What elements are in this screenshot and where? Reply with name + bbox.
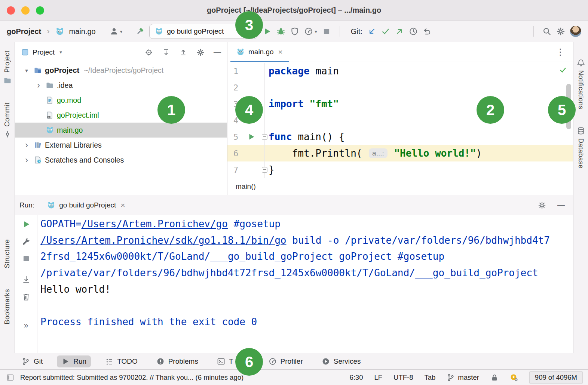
tree-item-external-libraries[interactable]: ›External Libraries — [15, 138, 227, 153]
hide-panel-icon[interactable]: — — [214, 48, 221, 56]
clear-console-button[interactable] — [22, 292, 31, 301]
history-button[interactable] — [409, 27, 418, 36]
debug-button[interactable] — [276, 27, 285, 36]
code-editor[interactable]: 1package main23import "fmt"45func main()… — [227, 62, 573, 178]
gopher-icon — [236, 48, 245, 56]
run-console[interactable]: GOPATH=/Users/Artem.Pronichev/go #gosetu… — [37, 215, 573, 353]
git-branch-widget[interactable]: master — [447, 373, 479, 382]
memory-indicator[interactable]: 909 of 4096M — [529, 371, 583, 384]
tool-button-project[interactable]: Project — [3, 50, 12, 84]
settings-button[interactable] — [556, 27, 565, 36]
zoom-window-button[interactable] — [36, 6, 44, 15]
chevron-down-icon[interactable]: ▾ — [22, 68, 31, 73]
bell-icon — [577, 59, 585, 67]
tool-tab-todo[interactable]: TODO — [101, 355, 142, 367]
tool-tab-git[interactable]: Git — [17, 355, 47, 367]
build-button[interactable] — [135, 27, 144, 36]
collapse-all-button[interactable] — [179, 48, 187, 56]
close-tab-icon[interactable]: × — [278, 47, 283, 56]
tool-button-structure[interactable]: Structure — [3, 239, 11, 268]
inspections-ok-icon[interactable] — [559, 66, 567, 74]
run-settings-icon[interactable] — [538, 201, 546, 209]
project-view-icon — [21, 48, 29, 56]
indent-style[interactable]: Tab — [424, 373, 435, 382]
editor-scrollbar[interactable] — [566, 84, 571, 129]
lock-icon[interactable] — [490, 373, 499, 382]
code-line-6[interactable]: 6 fmt.Println( a...: "Hello world!") — [227, 145, 573, 161]
code-line-4[interactable]: 4 — [227, 112, 573, 129]
console-link[interactable]: /Users/Artem.Pronichev/sdk/go1.18.1/bin/… — [40, 235, 286, 246]
editor-options-icon[interactable]: ⋮ — [556, 47, 573, 57]
caret-position[interactable]: 6:30 — [349, 373, 363, 382]
breadcrumb-file[interactable]: main.go — [69, 27, 96, 36]
locate-file-button[interactable] — [145, 48, 153, 56]
tool-button-commit[interactable]: Commit — [3, 102, 12, 138]
tree-item--idea[interactable]: ›.idea — [15, 78, 227, 93]
commit-icon — [3, 130, 12, 138]
tool-tab-services[interactable]: Services — [317, 355, 365, 367]
breadcrumb-function[interactable]: main() — [236, 182, 256, 191]
profiler-button[interactable]: ▾ — [304, 27, 317, 36]
run-tab[interactable]: go build goProject × — [45, 195, 127, 215]
code-line-1[interactable]: 1package main — [227, 63, 573, 79]
stop-button[interactable] — [322, 27, 331, 36]
update-notification-icon[interactable] — [510, 373, 518, 382]
chevron-right-icon[interactable]: › — [34, 81, 43, 90]
tool-tab-problems[interactable]: Problems — [152, 355, 203, 367]
panel-options-button[interactable] — [196, 48, 205, 56]
tool-tab-terminal[interactable]: T — [212, 355, 238, 367]
breadcrumb-project[interactable]: goProject — [7, 27, 41, 36]
avatar[interactable] — [570, 26, 581, 37]
scroll-to-end-button[interactable] — [22, 275, 31, 284]
run-toolbar: » — [15, 215, 37, 353]
rollback-button[interactable] — [423, 27, 432, 36]
vcs-update-button[interactable] — [367, 27, 376, 36]
tree-item-go-mod[interactable]: go.mod — [15, 93, 227, 108]
tree-item-main-go[interactable]: main.go — [15, 123, 227, 138]
code-line-2[interactable]: 2 — [227, 79, 573, 96]
chevron-right-icon[interactable]: › — [22, 141, 31, 150]
fold-gutter — [257, 96, 265, 112]
fold-marker-icon[interactable] — [262, 134, 267, 140]
edit-config-button[interactable] — [22, 237, 31, 246]
line-separator[interactable]: LF — [374, 373, 382, 382]
editor-tab-main-go[interactable]: main.go × — [230, 42, 289, 62]
tool-tab-profiler[interactable]: Profiler — [264, 355, 307, 367]
search-button[interactable] — [542, 27, 551, 36]
chevron-right-icon[interactable]: › — [22, 156, 31, 164]
file-encoding[interactable]: UTF-8 — [393, 373, 413, 382]
tool-button-bookmarks[interactable]: Bookmarks — [3, 289, 11, 324]
rerun-button[interactable] — [22, 220, 31, 229]
minimize-window-button[interactable] — [21, 6, 30, 15]
close-tab-icon[interactable]: × — [120, 201, 125, 210]
code-line-5[interactable]: 5func main() { — [227, 129, 573, 145]
tree-item-goproject-iml[interactable]: goProject.iml — [15, 108, 227, 123]
status-message[interactable]: Report submitted: Submitted as 9700202. … — [20, 373, 244, 382]
coverage-button[interactable] — [290, 27, 299, 36]
vcs-commit-button[interactable] — [381, 27, 390, 36]
hide-panel-icon[interactable]: — — [557, 201, 565, 209]
code-line-3[interactable]: 3import "fmt" — [227, 96, 573, 112]
run-gutter-icon[interactable] — [245, 133, 257, 141]
fold-marker-icon[interactable] — [262, 167, 267, 173]
fold-gutter — [257, 129, 265, 145]
tool-tab-run[interactable]: Run — [57, 355, 91, 367]
code-line-7[interactable]: 7} — [227, 161, 573, 178]
stop-process-button[interactable] — [22, 254, 31, 263]
tree-item-goproject[interactable]: ▾goProject~/IdeaProjects/goProject — [15, 63, 227, 78]
tool-button-notifications[interactable]: Notifications — [577, 59, 585, 110]
vcs-push-button[interactable] — [395, 27, 404, 36]
project-panel-title[interactable]: Project — [33, 48, 55, 56]
tool-button-database[interactable]: Database — [577, 127, 585, 169]
expand-all-button[interactable] — [162, 48, 170, 56]
more-actions-icon[interactable]: » — [24, 321, 28, 330]
run-config-select[interactable]: go build goProject ▾ — [149, 24, 258, 39]
run-button[interactable] — [263, 27, 272, 36]
fold-gutter — [257, 63, 265, 79]
console-link[interactable]: /Users/Artem.Pronichev/go — [82, 218, 228, 230]
fold-gutter — [257, 112, 265, 129]
tool-windows-toggle[interactable] — [6, 373, 14, 382]
tree-item-scratches-and-consoles[interactable]: ›Scratches and Consoles — [15, 153, 227, 167]
close-window-button[interactable] — [7, 6, 15, 15]
user-menu-button[interactable]: ▾ — [110, 27, 123, 36]
